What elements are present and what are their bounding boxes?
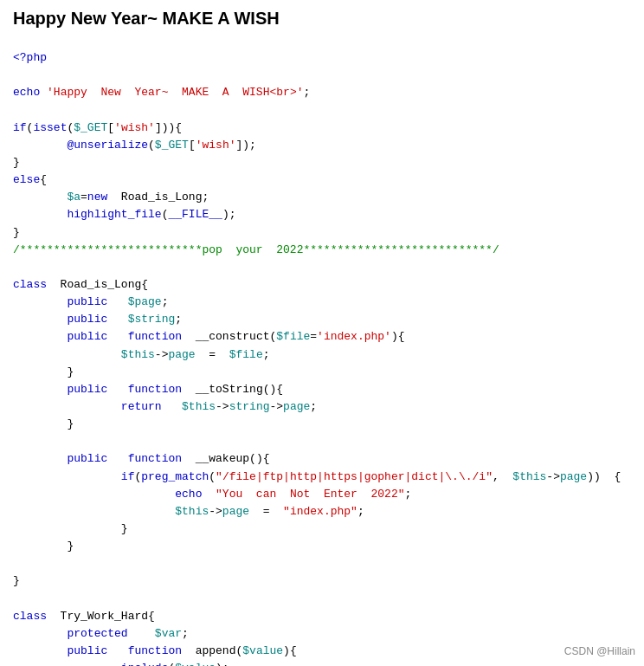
watermark: CSDN @Hillain <box>564 645 635 657</box>
code-container: <?php echo 'Happy New Year~ MAKE A WISH<… <box>13 32 631 666</box>
page-title: Happy New Year~ MAKE A WISH <box>13 9 631 29</box>
